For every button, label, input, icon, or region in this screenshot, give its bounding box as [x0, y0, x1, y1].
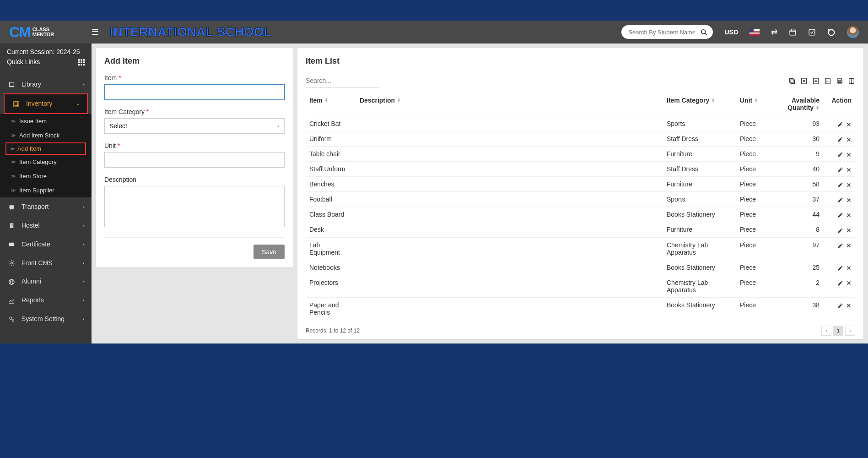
col-description[interactable]: Description▲▼	[356, 92, 663, 116]
col-category[interactable]: Item Category▲▼	[663, 92, 736, 116]
grid-icon	[78, 58, 85, 65]
edit-icon[interactable]	[837, 166, 843, 173]
category-select[interactable]: Select	[104, 118, 285, 134]
sub-item-label: Item Category	[19, 158, 57, 165]
edit-icon[interactable]	[837, 196, 843, 203]
edit-icon[interactable]	[837, 151, 843, 158]
sidebar-item-inventory[interactable]: Inventory ⌄	[5, 94, 87, 113]
sub-item-category[interactable]: Item Category	[0, 155, 92, 169]
cell-action	[823, 237, 855, 260]
edit-icon[interactable]	[837, 302, 843, 309]
cell-action	[823, 147, 855, 162]
page-prev[interactable]: ‹	[821, 326, 831, 336]
delete-icon[interactable]	[846, 181, 852, 188]
cell-unit: Piece	[736, 162, 764, 177]
menu-toggle-icon[interactable]: ☰	[92, 27, 99, 37]
sort-icon: ▲▼	[815, 105, 819, 110]
svg-rect-10	[83, 59, 85, 61]
sub-item-add-item[interactable]: Add Item	[5, 142, 86, 155]
page-1[interactable]: 1	[833, 326, 843, 336]
delete-icon[interactable]	[846, 136, 852, 142]
delete-icon[interactable]	[846, 264, 852, 271]
delete-icon[interactable]	[846, 302, 852, 309]
col-unit[interactable]: Unit▲▼	[736, 92, 764, 116]
sidebar-item-frontcms[interactable]: Front CMS ‹	[0, 253, 92, 272]
cell-qty: 38	[764, 297, 823, 320]
unit-input[interactable]	[104, 152, 285, 168]
sidebar-item-hostel[interactable]: Hostel ‹	[0, 216, 92, 235]
sidebar-item-system-setting[interactable]: System Setting ‹	[0, 310, 92, 328]
swap-icon[interactable]: ⇄	[771, 27, 777, 37]
delete-icon[interactable]	[846, 279, 852, 286]
sidebar-item-reports[interactable]: Reports ‹	[0, 291, 92, 310]
cell-category: Books Stationery	[663, 297, 736, 320]
cell-action	[823, 162, 855, 177]
cell-qty: 9	[764, 147, 823, 162]
description-textarea[interactable]	[104, 186, 285, 227]
sub-item-add-stock[interactable]: Add Item Stock	[0, 128, 92, 142]
chevron-left-icon: ‹	[83, 260, 85, 266]
edit-icon[interactable]	[837, 211, 843, 218]
sidebar-item-library[interactable]: Library ‹	[0, 75, 92, 93]
check-icon[interactable]	[808, 27, 816, 37]
svg-rect-18	[13, 102, 18, 107]
sub-item-store[interactable]: Item Store	[0, 169, 92, 183]
cell-action	[823, 260, 855, 275]
cell-qty: 8	[764, 222, 823, 237]
col-quantity[interactable]: Available Quantity▲▼	[764, 92, 823, 116]
edit-icon[interactable]	[837, 264, 843, 271]
pdf-icon[interactable]: P	[824, 77, 831, 85]
edit-icon[interactable]	[837, 226, 843, 233]
student-search-input[interactable]	[621, 25, 713, 39]
item-input[interactable]	[104, 84, 285, 100]
edit-icon[interactable]	[837, 242, 843, 249]
sub-item-issue-item[interactable]: Issue Item	[0, 114, 92, 128]
save-button[interactable]: Save	[253, 245, 285, 259]
sub-item-label: Issue Item	[19, 118, 47, 125]
cell-desc	[356, 116, 663, 131]
search-icon[interactable]	[701, 28, 707, 36]
cell-qty: 40	[764, 162, 823, 177]
print-icon[interactable]	[836, 77, 843, 85]
sidebar-item-alumni[interactable]: Alumni ‹	[0, 272, 92, 291]
currency-label[interactable]: USD	[724, 28, 738, 36]
whatsapp-icon[interactable]	[827, 27, 836, 37]
csv-icon[interactable]	[812, 77, 819, 85]
flag-icon[interactable]	[749, 29, 760, 36]
col-item[interactable]: Item▲▼	[306, 92, 356, 116]
sub-item-label: Item Store	[19, 173, 47, 180]
list-search-input[interactable]	[306, 74, 379, 87]
chevron-left-icon: ‹	[83, 82, 85, 87]
page-next[interactable]: ›	[845, 326, 855, 336]
delete-icon[interactable]	[846, 120, 852, 127]
svg-rect-28	[9, 243, 14, 246]
logo[interactable]: CM CLASSMENTOR	[9, 24, 54, 41]
delete-icon[interactable]	[846, 196, 852, 203]
delete-icon[interactable]	[846, 151, 852, 158]
table-row: DeskFurniturePiece8	[306, 222, 855, 237]
table-row: Table chairFurniturePiece9	[306, 147, 855, 162]
sidebar-item-certificate[interactable]: Certificate ‹	[0, 234, 92, 253]
chevron-left-icon: ‹	[83, 297, 85, 303]
edit-icon[interactable]	[837, 181, 843, 188]
cell-category: Chemistry Lab Apparatus	[663, 275, 736, 297]
cell-desc	[356, 131, 663, 147]
table-row: NotebooksBooks StationeryPiece25	[306, 260, 855, 275]
delete-icon[interactable]	[846, 166, 852, 173]
delete-icon[interactable]	[846, 242, 852, 249]
cell-item: Desk	[306, 222, 356, 237]
avatar[interactable]	[847, 26, 859, 38]
edit-icon[interactable]	[837, 136, 843, 142]
cell-item: Lab Equipment	[306, 237, 356, 260]
copy-icon[interactable]	[788, 77, 796, 85]
columns-icon[interactable]	[848, 77, 855, 85]
excel-icon[interactable]	[800, 77, 808, 85]
delete-icon[interactable]	[846, 211, 852, 218]
sub-item-supplier[interactable]: Item Supplier	[0, 183, 92, 197]
edit-icon[interactable]	[837, 120, 843, 127]
sidebar-item-transport[interactable]: Transport ‹	[0, 197, 92, 216]
edit-icon[interactable]	[837, 279, 843, 286]
quick-links[interactable]: Quick Links	[7, 58, 85, 65]
calendar-icon[interactable]	[789, 27, 797, 37]
delete-icon[interactable]	[846, 226, 852, 233]
